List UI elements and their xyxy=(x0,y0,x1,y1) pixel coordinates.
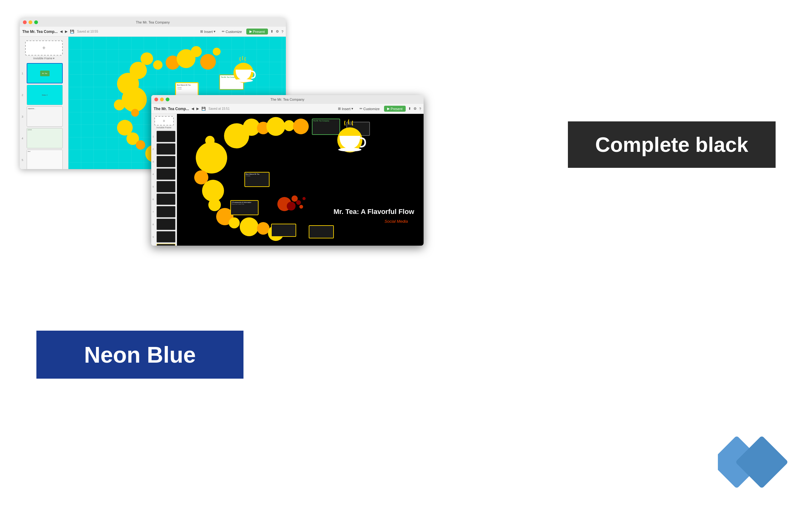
svg-point-1 xyxy=(234,79,253,82)
add-frame-btn-1[interactable]: + xyxy=(25,40,63,56)
save-icon-2[interactable]: 💾 xyxy=(201,107,206,111)
slide-item-2-1[interactable]: 1 xyxy=(151,130,177,143)
complete-black-text: Complete black xyxy=(595,133,748,157)
bubble-2 xyxy=(299,205,303,208)
slide-item-2-2[interactable]: 2 xyxy=(151,143,177,155)
bubble xyxy=(122,87,147,112)
slide-item-1-1[interactable]: 1 Mr. Tea xyxy=(20,63,68,84)
canvas-card-2: Best Mature Mr Tea • Details xyxy=(244,172,269,187)
window-1-dots xyxy=(23,20,38,24)
insert-icon: ⊞ xyxy=(200,29,203,33)
toolbar-1-right: ⊞ Insert▾ ✏ Customize ▶ Present ⬆ ⚙ ? xyxy=(198,28,283,34)
bubble xyxy=(191,46,202,57)
neon-blue-label: Neon Blue xyxy=(36,331,243,378)
window-2-dots xyxy=(154,98,169,101)
slide-panel-2: + Invisible Frame 1 2 3 4 xyxy=(151,114,177,246)
insert-btn-1[interactable]: ⊞ Insert▾ xyxy=(198,29,218,34)
slide-item-2-5[interactable]: 5 xyxy=(151,180,177,193)
share-icon-1[interactable]: ⬆ xyxy=(270,29,273,33)
toolbar-1-logo: The Mr. Tea Comp... xyxy=(22,29,58,34)
slide-item-1-5[interactable]: 5 chart xyxy=(20,149,68,169)
slide-thumb-1-3[interactable]: objective... xyxy=(27,106,63,127)
svg-point-3 xyxy=(338,148,361,152)
minimize-dot-2[interactable] xyxy=(160,98,164,101)
slide-thumb-2-6[interactable] xyxy=(157,193,175,205)
bubble-2 xyxy=(208,198,221,211)
pencil-icon-2: ✏ xyxy=(359,107,362,111)
slide-panel-2-header: + Invisible Frame xyxy=(151,115,177,130)
slide-thumb-2-4[interactable] xyxy=(157,168,175,180)
slide-thumb-2-2[interactable] xyxy=(157,143,175,155)
bubble xyxy=(141,53,153,65)
slide-thumb-1-2[interactable]: Slide 2 xyxy=(27,85,63,105)
slide-item-2-4[interactable]: 4 xyxy=(151,168,177,180)
help-icon-2[interactable]: ? xyxy=(419,107,421,111)
slide-item-2-9[interactable]: 9 xyxy=(151,231,177,243)
insert-icon-2: ⊞ xyxy=(338,107,341,111)
slide-item-2-8[interactable]: 8 xyxy=(151,218,177,231)
slide-item-2-7[interactable]: 7 xyxy=(151,205,177,218)
window-1-titlebar: The Mr. Tea Company xyxy=(20,18,286,27)
save-icon[interactable]: 💾 xyxy=(70,29,74,33)
add-frame-btn-2[interactable]: + xyxy=(154,116,174,125)
slide-item-1-2[interactable]: 2 Slide 2 xyxy=(20,84,68,106)
pencil-icon-1: ✏ xyxy=(222,29,225,33)
back-icon[interactable]: ◀ xyxy=(60,29,63,33)
bubble-2 xyxy=(293,118,309,134)
bubble-2 xyxy=(196,142,227,173)
toolbar-2-right: ⊞ Insert▾ ✏ Customize ▶ Present ⬆ ⚙ ? xyxy=(336,106,421,112)
slide-thumb-2-9[interactable] xyxy=(157,231,175,243)
toolbar-2-logo: The Mr. Tea Comp... xyxy=(154,107,189,111)
neon-blue-text: Neon Blue xyxy=(84,342,196,368)
forward-icon-2[interactable]: ▶ xyxy=(196,107,199,111)
slide-thumb-2-7[interactable] xyxy=(157,206,175,218)
main-canvas-2: The Mr. Tea Company details Best Mature … xyxy=(177,114,423,246)
add-frame-label-2: Invisible Frame xyxy=(157,126,171,129)
slide-item-2-3[interactable]: 3 xyxy=(151,155,177,168)
insert-btn-2[interactable]: ⊞ Insert▾ xyxy=(336,106,355,111)
settings-icon-1[interactable]: ⚙ xyxy=(276,29,279,33)
slide-thumb-1-1[interactable]: Mr. Tea xyxy=(27,63,63,83)
slide-thumb-2-3[interactable] xyxy=(157,156,175,167)
canvas-presentation-subtitle: Social Media xyxy=(385,219,408,224)
settings-icon-2[interactable]: ⚙ xyxy=(413,107,417,111)
prezi-window-2: The Mr. Tea Company The Mr. Tea Comp... … xyxy=(151,95,423,246)
bubble-2 xyxy=(303,197,306,200)
canvas-card-2 xyxy=(309,225,334,238)
window-2-titlebar: The Mr. Tea Company xyxy=(151,95,423,104)
present-btn-1[interactable]: ▶ Present xyxy=(246,28,268,34)
bubble xyxy=(213,48,221,56)
customize-btn-1[interactable]: ✏ Customize xyxy=(220,29,244,34)
slide-thumb-2-1[interactable] xyxy=(157,131,175,142)
close-dot[interactable] xyxy=(23,20,27,24)
bubble xyxy=(131,109,139,117)
maximize-dot-2[interactable] xyxy=(166,98,169,101)
slide-thumb-1-4[interactable]: content xyxy=(27,128,63,148)
share-icon-2[interactable]: ⬆ xyxy=(408,107,411,111)
back-icon-2[interactable]: ◀ xyxy=(191,107,194,111)
window-2-toolbar: The Mr. Tea Comp... ◀ ▶ 💾 Saved at 15:51… xyxy=(151,104,423,114)
slide-thumb-1-5[interactable]: chart xyxy=(27,150,63,169)
slide-item-2-6[interactable]: 6 xyxy=(151,193,177,205)
bubble xyxy=(136,140,145,150)
slide-item-1-3[interactable]: 3 objective... xyxy=(20,106,68,128)
slide-item-1-4[interactable]: 4 content xyxy=(20,128,68,149)
help-icon-1[interactable]: ? xyxy=(281,30,283,33)
minimize-dot[interactable] xyxy=(28,20,32,24)
slide-thumb-2-5[interactable] xyxy=(157,181,175,192)
slide-item-2-10[interactable]: 10 xyxy=(151,243,177,246)
canvas-card-2 xyxy=(271,224,296,237)
present-btn-2[interactable]: ▶ Present xyxy=(384,106,406,112)
bubble-2 xyxy=(257,222,269,235)
maximize-dot[interactable] xyxy=(34,20,38,24)
customize-btn-2[interactable]: ✏ Customize xyxy=(358,106,382,111)
slide-thumb-2-8[interactable] xyxy=(157,219,175,230)
slide-panel-1: + Invisible Frame ▾ 1 Mr. Tea xyxy=(20,37,68,169)
bubble-2 xyxy=(240,218,258,236)
bubble-2 xyxy=(229,218,240,228)
slide-thumb-2-10[interactable] xyxy=(157,244,175,246)
saved-text: Saved at 10:55 xyxy=(77,30,98,33)
close-dot-2[interactable] xyxy=(154,98,158,101)
bubble-2 xyxy=(287,202,296,210)
forward-icon[interactable]: ▶ xyxy=(65,29,68,33)
